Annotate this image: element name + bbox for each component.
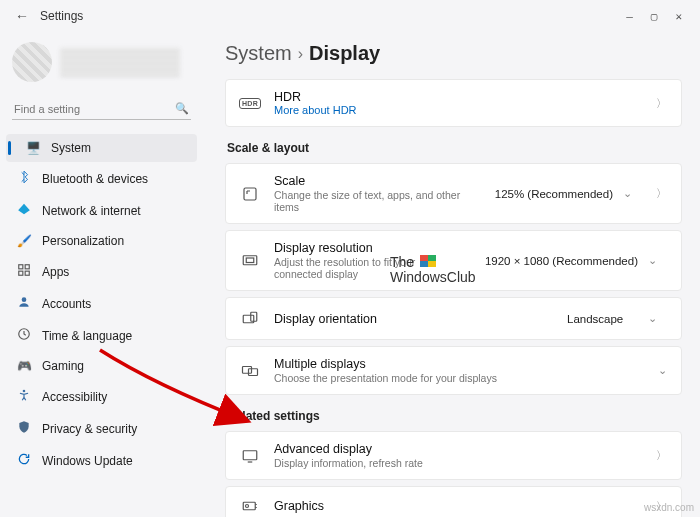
close-button[interactable]: ✕ (675, 10, 682, 23)
sidebar-item-label: Gaming (42, 359, 84, 373)
minimize-button[interactable]: — (626, 10, 633, 23)
back-button[interactable]: ← (8, 8, 36, 24)
svg-rect-9 (246, 258, 254, 263)
hdr-link[interactable]: More about HDR (274, 104, 642, 116)
app-title: Settings (40, 9, 83, 23)
accessibility-icon (16, 388, 32, 405)
svg-rect-8 (243, 255, 257, 264)
user-block[interactable] (6, 38, 197, 94)
svg-rect-14 (243, 450, 257, 459)
scale-dropdown[interactable]: 125% (Recommended)⌄ (485, 183, 642, 204)
source-url: wsxdn.com (644, 502, 694, 513)
apps-icon (16, 263, 32, 280)
card-scale[interactable]: Scale Change the size of text, apps, and… (225, 163, 682, 224)
svg-rect-12 (243, 366, 252, 373)
chevron-right-icon: 〉 (656, 96, 667, 111)
sidebar-item-label: Accounts (42, 297, 91, 311)
chevron-right-icon: 〉 (656, 186, 667, 201)
card-subtitle: Display information, refresh rate (274, 457, 642, 469)
card-graphics[interactable]: Graphics 〉 (225, 486, 682, 517)
search-box[interactable]: 🔍 (12, 98, 191, 120)
content: System › Display HDR HDR More about HDR … (205, 32, 700, 517)
card-title: Display resolution (274, 241, 461, 255)
avatar (12, 42, 52, 82)
card-multiple-displays[interactable]: Multiple displays Choose the presentatio… (225, 346, 682, 395)
orientation-dropdown[interactable]: Landscape⌄ (557, 308, 667, 329)
sidebar-item-windows-update[interactable]: Windows Update (6, 445, 197, 476)
nav-list: 🖥️SystemBluetooth & devicesNetwork & int… (6, 134, 197, 476)
svg-rect-13 (249, 368, 258, 375)
card-title: HDR (274, 90, 642, 104)
sidebar-item-label: Personalization (42, 234, 124, 248)
svg-rect-3 (25, 271, 29, 275)
sidebar-item-privacy-security[interactable]: Privacy & security (6, 413, 197, 444)
svg-point-6 (23, 390, 26, 393)
card-hdr[interactable]: HDR HDR More about HDR 〉 (225, 79, 682, 127)
sidebar: 🔍 🖥️SystemBluetooth & devicesNetwork & i… (0, 32, 205, 517)
breadcrumb: System › Display (225, 42, 682, 65)
card-resolution[interactable]: Display resolution Adjust the resolution… (225, 230, 682, 291)
resolution-dropdown[interactable]: 1920 × 1080 (Recommended)⌄ (475, 250, 667, 271)
search-icon: 🔍 (175, 102, 189, 115)
graphics-icon (240, 497, 260, 515)
sidebar-item-gaming[interactable]: 🎮Gaming (6, 352, 197, 380)
card-subtitle: Change the size of text, apps, and other… (274, 189, 471, 213)
card-title: Graphics (274, 499, 642, 513)
scale-icon (240, 185, 260, 203)
window-controls: — ▢ ✕ (616, 10, 692, 23)
search-input[interactable] (14, 103, 175, 115)
chevron-down-icon: ⌄ (648, 312, 657, 325)
update-icon (16, 452, 32, 469)
sidebar-item-bluetooth-devices[interactable]: Bluetooth & devices (6, 163, 197, 194)
sidebar-item-label: Privacy & security (42, 422, 137, 436)
maximize-button[interactable]: ▢ (651, 10, 658, 23)
shield-icon (16, 420, 32, 437)
sidebar-item-label: Time & language (42, 329, 132, 343)
sidebar-item-apps[interactable]: Apps (6, 256, 197, 287)
svg-rect-2 (19, 271, 23, 275)
user-name-blurred (60, 47, 180, 77)
card-title: Scale (274, 174, 471, 188)
nav-icon: 🖌️ (16, 234, 32, 248)
multiple-displays-icon (240, 362, 260, 380)
chevron-right-icon: 〉 (656, 448, 667, 463)
bluetooth-icon (16, 170, 32, 187)
sidebar-item-accounts[interactable]: Accounts (6, 288, 197, 319)
sidebar-item-personalization[interactable]: 🖌️Personalization (6, 227, 197, 255)
nav-icon: 🎮 (16, 359, 32, 373)
chevron-down-icon: ⌄ (623, 187, 632, 200)
clock-icon (16, 327, 32, 344)
chevron-right-icon: › (298, 45, 303, 63)
svg-point-16 (246, 505, 249, 508)
svg-point-4 (22, 297, 27, 302)
nav-icon: 🖥️ (25, 141, 41, 155)
card-orientation[interactable]: Display orientation Landscape⌄ (225, 297, 682, 340)
hdr-icon: HDR (240, 98, 260, 109)
svg-rect-0 (19, 265, 23, 269)
card-title: Advanced display (274, 442, 642, 456)
sidebar-item-label: Apps (42, 265, 69, 279)
sidebar-item-label: Network & internet (42, 204, 141, 218)
svg-rect-7 (244, 188, 256, 200)
sidebar-item-label: Windows Update (42, 454, 133, 468)
section-scale-layout: Scale & layout (227, 141, 682, 155)
breadcrumb-root[interactable]: System (225, 42, 292, 65)
titlebar: ← Settings — ▢ ✕ (0, 0, 700, 32)
sidebar-item-network-internet[interactable]: Network & internet (6, 195, 197, 226)
section-related: Related settings (227, 409, 682, 423)
sidebar-item-label: Bluetooth & devices (42, 172, 148, 186)
sidebar-item-time-language[interactable]: Time & language (6, 320, 197, 351)
card-title: Display orientation (274, 312, 543, 326)
svg-rect-1 (25, 265, 29, 269)
resolution-icon (240, 252, 260, 270)
orientation-icon (240, 310, 260, 328)
breadcrumb-page: Display (309, 42, 380, 65)
sidebar-item-system[interactable]: 🖥️System (6, 134, 197, 162)
sidebar-item-label: System (51, 141, 91, 155)
card-subtitle: Adjust the resolution to fit your connec… (274, 256, 461, 280)
card-advanced-display[interactable]: Advanced display Display information, re… (225, 431, 682, 480)
card-subtitle: Choose the presentation mode for your di… (274, 372, 644, 384)
monitor-icon (240, 447, 260, 465)
chevron-down-icon: ⌄ (648, 254, 657, 267)
sidebar-item-accessibility[interactable]: Accessibility (6, 381, 197, 412)
